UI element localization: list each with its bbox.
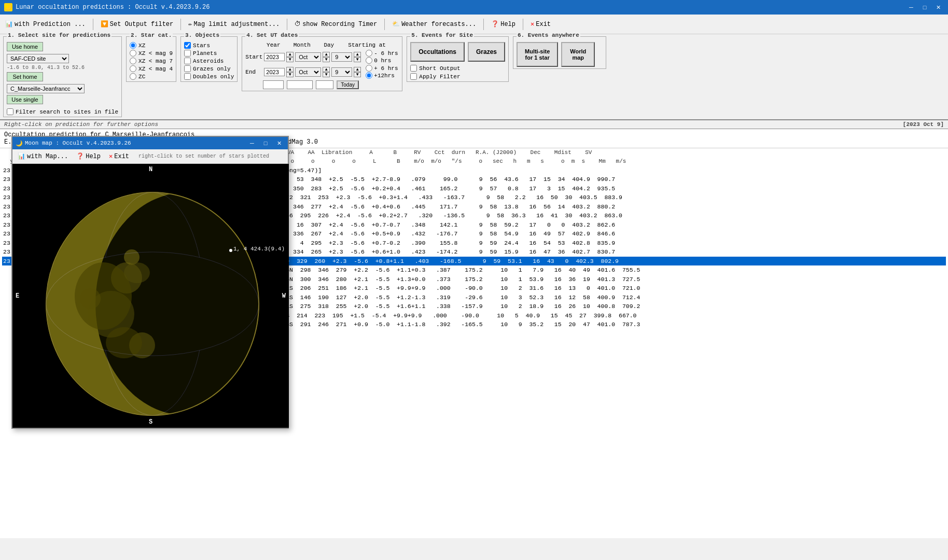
section-events-site: 5. Events for Site Occultations Grazes S… xyxy=(407,36,509,82)
sub-help-icon: ❓ xyxy=(76,152,84,160)
sub-maximize-button[interactable]: □ xyxy=(260,138,271,148)
short-output-check[interactable]: Short Output xyxy=(410,65,505,72)
sub-close-button[interactable]: ✕ xyxy=(273,138,285,148)
main-toolbar: 📊 with Prediction ... 🔽 Set Output filte… xyxy=(0,15,948,34)
app-icon: 🌙 xyxy=(4,3,12,11)
hour-0[interactable]: 0 hrs xyxy=(366,57,398,64)
radio-xz-mag7[interactable]: XZ < mag 7 xyxy=(130,58,173,64)
mag-limit-button[interactable]: ✏️ Mag limit adjustment... xyxy=(186,19,282,29)
day-nav-input[interactable] xyxy=(316,80,333,89)
check-grazes-only[interactable]: Grazes only xyxy=(184,65,234,72)
filter-icon: 🔽 xyxy=(101,20,108,28)
toolbar-sep-2 xyxy=(180,19,181,30)
use-home-button[interactable]: Use home xyxy=(7,42,43,51)
start-day-select[interactable]: 9 xyxy=(331,52,352,62)
help-icon: ❓ xyxy=(491,20,499,28)
radio-xz-mag4[interactable]: XZ < mag 4 xyxy=(130,65,173,72)
section-objects-label: 3. Objects xyxy=(184,32,220,38)
multisite-button[interactable]: Multi-site for 1 star xyxy=(517,42,558,67)
help-button[interactable]: ❓ Help xyxy=(489,19,518,29)
radio-zc[interactable]: ZC xyxy=(130,73,173,80)
start-day-spinner[interactable]: ▲ ▼ xyxy=(354,52,361,62)
start-year-input[interactable] xyxy=(264,53,285,61)
hours-group: - 6 hrs 0 hrs xyxy=(366,50,398,64)
section-dates: 4. Set UT dates Year Month Day Starting … xyxy=(242,36,402,91)
use-single-button[interactable]: Use single xyxy=(7,95,43,104)
radio-xz-mag9[interactable]: XZ < mag 9 xyxy=(130,50,173,57)
start-year-spinner[interactable]: ▲ ▼ xyxy=(286,52,294,62)
sub-window-icon: 🌙 xyxy=(16,140,23,147)
end-month-select[interactable]: Oct xyxy=(295,67,321,77)
with-map-button[interactable]: 📊 with Map... xyxy=(16,151,70,161)
svg-point-15 xyxy=(46,252,259,356)
radio-xz[interactable]: XZ xyxy=(130,42,173,49)
hour-minus6[interactable]: - 6 hrs xyxy=(366,50,398,57)
sub-window-toolbar: 📊 with Map... ❓ Help ✕ Exit right-click … xyxy=(12,149,288,164)
exit-icon: ✕ xyxy=(531,20,534,28)
world-map-button[interactable]: World map xyxy=(561,42,595,67)
check-asteroids[interactable]: Asteroids xyxy=(184,58,234,64)
compass-north: N xyxy=(149,166,152,173)
end-year-spinner[interactable]: ▲ ▼ xyxy=(286,67,294,77)
check-stars[interactable]: Stars xyxy=(184,42,234,49)
recording-timer-button[interactable]: ⏱ show Recording Timer xyxy=(292,19,379,29)
section-events-anywhere-label: 6. Events anywhere xyxy=(517,32,580,38)
toolbar-sep-6 xyxy=(523,19,523,30)
compass-south: S xyxy=(149,418,152,426)
toolbar-sep-1 xyxy=(93,19,93,30)
sub-minimize-button[interactable]: ─ xyxy=(246,138,258,148)
set-output-filter-button[interactable]: 🔽 Set Output filter xyxy=(99,19,175,29)
filter-search-check[interactable]: Filter search to sites in file xyxy=(7,108,118,115)
section-events-anywhere: 6. Events anywhere Multi-site for 1 star… xyxy=(513,36,606,69)
star-dot xyxy=(229,249,232,252)
right-click-bar: Right-click on prediction for further op… xyxy=(0,120,948,129)
check-doubles-only[interactable]: Doubles only xyxy=(184,73,234,80)
section-dates-label: 4. Set UT dates xyxy=(245,32,299,38)
year-nav-input[interactable] xyxy=(263,80,284,89)
end-year-input[interactable] xyxy=(264,68,285,76)
sub-window-title-bar: 🌙 Moon map : Occult v.4.2023.9.26 ─ □ ✕ xyxy=(12,137,288,149)
section-events-site-label: 5. Events for Site xyxy=(410,32,474,38)
moon-canvas[interactable]: N S E W xyxy=(12,164,289,428)
status-date: [2023 Oct 9] xyxy=(903,121,944,128)
sub-exit-button[interactable]: ✕ Exit xyxy=(107,151,131,161)
hour-plus12[interactable]: +12hrs xyxy=(366,72,398,79)
site-name-dropdown[interactable]: C_Marseille-Jeanfrancc xyxy=(7,84,85,93)
end-day-select[interactable]: 9 xyxy=(331,67,352,77)
end-month-spinner[interactable]: ▲ ▼ xyxy=(323,67,330,77)
occultations-button[interactable]: Occultations xyxy=(410,42,465,62)
section-starcat-label: 2. Star cat. xyxy=(130,32,173,38)
start-month-spinner[interactable]: ▲ ▼ xyxy=(323,52,330,62)
sub-exit-icon: ✕ xyxy=(109,152,113,160)
today-button[interactable]: Today xyxy=(337,80,359,89)
window-title-bar: 🌙 Lunar occultation predictions : Occult… xyxy=(0,0,948,15)
set-home-button[interactable]: Set home xyxy=(7,72,43,81)
site-dropdown[interactable]: SAF-CED site xyxy=(7,54,69,63)
toolbar-sep-4 xyxy=(384,19,385,30)
moon-map-window: 🌙 Moon map : Occult v.4.2023.9.26 ─ □ ✕ … xyxy=(11,136,289,429)
exit-button[interactable]: ✕ Exit xyxy=(528,19,553,29)
mag-icon: ✏️ xyxy=(188,20,192,28)
month-nav-input[interactable] xyxy=(287,80,313,89)
end-day-spinner[interactable]: ▲ ▼ xyxy=(354,67,361,77)
moon-svg xyxy=(12,164,289,428)
site-range: -1.6 to 8.0, 41.3 to 52.6 xyxy=(7,65,85,71)
starcat-radio-group: XZ XZ < mag 9 XZ < mag 7 XZ < mag 4 ZC xyxy=(130,42,173,80)
end-date-row: End ▲ ▼ Oct ▲ ▼ 9 ▲ ▼ xyxy=(245,65,399,79)
toolbar-sep-3 xyxy=(287,19,287,30)
weather-forecasts-button[interactable]: ⛅ Weather forecasts... xyxy=(390,19,478,29)
toolbar-sep-5 xyxy=(483,19,484,30)
check-planets[interactable]: Planets xyxy=(184,50,234,57)
apply-filter-check[interactable]: Apply Filter xyxy=(410,73,505,80)
with-prediction-button[interactable]: 📊 with Prediction ... xyxy=(3,19,88,29)
start-month-select[interactable]: Oct xyxy=(295,52,321,62)
sub-help-button[interactable]: ❓ Help xyxy=(74,151,103,161)
grazes-button[interactable]: Grazes xyxy=(468,42,505,62)
close-button[interactable]: ✕ xyxy=(932,3,944,12)
section-site: 1. Select site for predictions Use home … xyxy=(3,36,122,117)
timer-icon: ⏱ xyxy=(295,20,301,28)
minimize-button[interactable]: ─ xyxy=(905,3,917,12)
hour-plus6[interactable]: + 6 hrs xyxy=(366,65,398,72)
maximize-button[interactable]: □ xyxy=(919,3,930,12)
compass-east: E xyxy=(16,292,19,300)
